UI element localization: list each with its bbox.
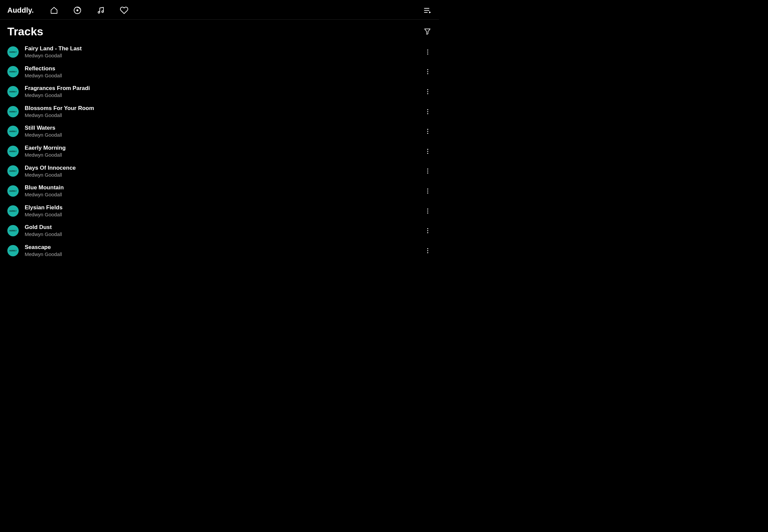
svg-point-24 bbox=[427, 149, 428, 150]
track-artwork: AUDDLY bbox=[7, 66, 19, 77]
app-logo[interactable]: Auddly. bbox=[7, 6, 34, 15]
svg-point-28 bbox=[427, 171, 428, 172]
track-artwork: AUDDLY bbox=[7, 185, 19, 197]
svg-point-23 bbox=[427, 133, 428, 134]
track-artwork: AUDDLY bbox=[7, 165, 19, 177]
svg-point-40 bbox=[427, 250, 428, 251]
track-info: Still WatersMedwyn Goodall bbox=[25, 124, 424, 138]
more-icon[interactable] bbox=[424, 188, 431, 194]
track-artist: Medwyn Goodall bbox=[25, 132, 424, 138]
track-artist: Medwyn Goodall bbox=[25, 172, 424, 178]
track-row[interactable]: AUDDLYStill WatersMedwyn Goodall bbox=[7, 121, 432, 141]
track-artwork: AUDDLY bbox=[7, 205, 19, 217]
svg-point-9 bbox=[427, 49, 428, 50]
track-row[interactable]: AUDDLYElysian FieldsMedwyn Goodall bbox=[7, 201, 432, 221]
track-info: Days Of InnocenceMedwyn Goodall bbox=[25, 164, 424, 178]
track-info: Elysian FieldsMedwyn Goodall bbox=[25, 204, 424, 218]
more-icon[interactable] bbox=[424, 247, 431, 254]
track-artist: Medwyn Goodall bbox=[25, 191, 424, 198]
track-artist: Medwyn Goodall bbox=[25, 72, 424, 79]
svg-point-34 bbox=[427, 210, 428, 211]
svg-point-11 bbox=[427, 53, 428, 54]
track-row[interactable]: AUDDLYGold DustMedwyn Goodall bbox=[7, 221, 432, 241]
track-list: AUDDLYFairy Land - The LastMedwyn Goodal… bbox=[0, 42, 439, 261]
track-title: Still Waters bbox=[25, 124, 424, 132]
header: Auddly. bbox=[0, 0, 439, 20]
title-row: Tracks bbox=[0, 20, 439, 42]
svg-point-15 bbox=[427, 89, 428, 90]
queue-icon[interactable] bbox=[423, 6, 432, 15]
track-info: Blue MountainMedwyn Goodall bbox=[25, 184, 424, 198]
svg-point-27 bbox=[427, 169, 428, 170]
track-row[interactable]: AUDDLYFairy Land - The LastMedwyn Goodal… bbox=[7, 42, 432, 62]
svg-point-29 bbox=[427, 173, 428, 174]
svg-point-38 bbox=[427, 232, 428, 233]
more-icon[interactable] bbox=[424, 68, 431, 75]
track-info: Fairy Land - The LastMedwyn Goodall bbox=[25, 45, 424, 59]
svg-point-1 bbox=[77, 10, 78, 11]
track-row[interactable]: AUDDLYBlossoms For Your RoomMedwyn Gooda… bbox=[7, 102, 432, 122]
disc-icon[interactable] bbox=[73, 6, 82, 15]
track-info: ReflectionsMedwyn Goodall bbox=[25, 65, 424, 79]
track-row[interactable]: AUDDLYBlue MountainMedwyn Goodall bbox=[7, 181, 432, 201]
header-right bbox=[423, 6, 432, 15]
more-icon[interactable] bbox=[424, 208, 431, 214]
more-icon[interactable] bbox=[424, 128, 431, 135]
svg-point-14 bbox=[427, 73, 428, 74]
svg-point-19 bbox=[427, 111, 428, 112]
track-title: Blossoms For Your Room bbox=[25, 105, 424, 112]
track-title: Blue Mountain bbox=[25, 184, 424, 191]
track-title: Days Of Innocence bbox=[25, 164, 424, 172]
heart-icon[interactable] bbox=[120, 6, 128, 15]
page-title: Tracks bbox=[7, 25, 43, 38]
track-row[interactable]: AUDDLYReflectionsMedwyn Goodall bbox=[7, 62, 432, 82]
music-icon[interactable] bbox=[96, 6, 105, 15]
track-artist: Medwyn Goodall bbox=[25, 52, 424, 59]
svg-point-39 bbox=[427, 248, 428, 249]
more-icon[interactable] bbox=[424, 49, 431, 55]
svg-point-3 bbox=[102, 11, 103, 13]
more-icon[interactable] bbox=[424, 148, 431, 155]
more-icon[interactable] bbox=[424, 168, 431, 174]
svg-point-37 bbox=[427, 230, 428, 231]
nav-icons bbox=[50, 6, 128, 15]
svg-point-25 bbox=[427, 151, 428, 152]
svg-point-18 bbox=[427, 109, 428, 110]
svg-point-12 bbox=[427, 69, 428, 70]
track-row[interactable]: AUDDLYSeascapeMedwyn Goodall bbox=[7, 241, 432, 261]
svg-point-17 bbox=[427, 93, 428, 94]
track-title: Eaerly Morning bbox=[25, 144, 424, 152]
track-title: Fragrances From Paradi bbox=[25, 85, 424, 92]
svg-point-30 bbox=[427, 188, 428, 189]
svg-point-16 bbox=[427, 91, 428, 92]
track-info: Blossoms For Your RoomMedwyn Goodall bbox=[25, 105, 424, 119]
track-artwork: AUDDLY bbox=[7, 46, 19, 58]
svg-point-35 bbox=[427, 212, 428, 213]
svg-marker-7 bbox=[429, 11, 431, 13]
filter-icon[interactable] bbox=[424, 28, 432, 36]
track-title: Elysian Fields bbox=[25, 204, 424, 211]
track-row[interactable]: AUDDLYFragrances From ParadiMedwyn Gooda… bbox=[7, 82, 432, 102]
svg-point-2 bbox=[98, 12, 100, 13]
more-icon[interactable] bbox=[424, 108, 431, 115]
track-artist: Medwyn Goodall bbox=[25, 231, 424, 238]
track-title: Reflections bbox=[25, 65, 424, 72]
track-artist: Medwyn Goodall bbox=[25, 251, 424, 258]
track-row[interactable]: AUDDLYEaerly MorningMedwyn Goodall bbox=[7, 141, 432, 161]
track-artist: Medwyn Goodall bbox=[25, 112, 424, 119]
track-title: Seascape bbox=[25, 244, 424, 251]
track-row[interactable]: AUDDLYDays Of InnocenceMedwyn Goodall bbox=[7, 161, 432, 181]
track-artwork: AUDDLY bbox=[7, 106, 19, 117]
track-artwork: AUDDLY bbox=[7, 126, 19, 137]
svg-point-32 bbox=[427, 192, 428, 193]
more-icon[interactable] bbox=[424, 88, 431, 95]
svg-point-33 bbox=[427, 208, 428, 209]
track-artwork: AUDDLY bbox=[7, 146, 19, 157]
svg-point-36 bbox=[427, 228, 428, 229]
home-icon[interactable] bbox=[50, 6, 58, 15]
svg-point-41 bbox=[427, 252, 428, 253]
svg-marker-8 bbox=[425, 29, 430, 34]
track-artist: Medwyn Goodall bbox=[25, 92, 424, 99]
more-icon[interactable] bbox=[424, 227, 431, 234]
track-artwork: AUDDLY bbox=[7, 225, 19, 236]
